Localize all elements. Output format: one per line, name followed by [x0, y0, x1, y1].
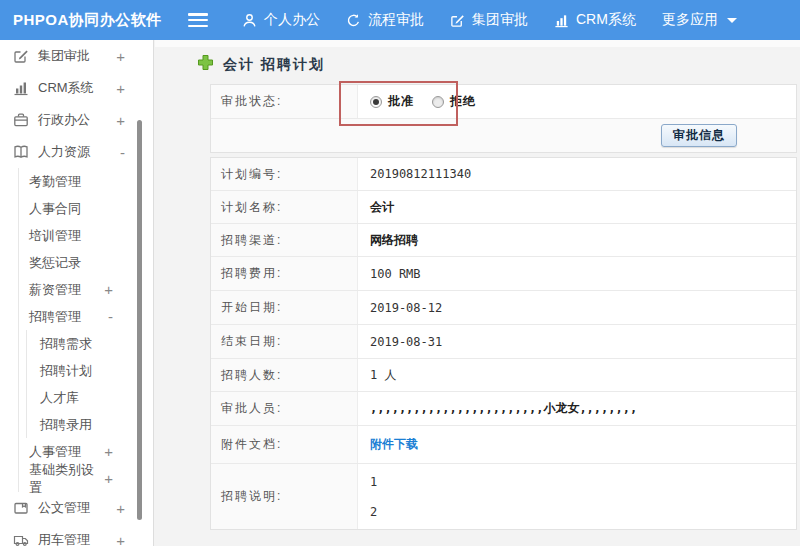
bar-chart-icon — [554, 13, 569, 28]
main-top-strip — [155, 40, 800, 47]
description-line: 1 — [370, 475, 377, 489]
sidebar-item-salary[interactable]: 薪资管理 + — [19, 276, 153, 303]
sidebar-item-label: 基础类别设置 — [29, 461, 104, 497]
nav-personal-office[interactable]: 个人办公 — [242, 11, 320, 29]
sidebar-item-base-category[interactable]: 基础类别设置 + — [19, 465, 153, 492]
nav-label: 流程审批 — [368, 11, 424, 29]
approve-radio[interactable] — [370, 96, 382, 108]
expand-icon[interactable]: + — [116, 533, 125, 546]
approvers-label: 审批人员: — [211, 392, 358, 425]
edit-icon — [13, 48, 29, 64]
collapse-icon[interactable]: - — [120, 145, 125, 160]
sidebar-item-group-approval[interactable]: 集团审批 + — [0, 40, 153, 72]
hamburger-menu-icon[interactable] — [188, 13, 208, 27]
plan-number-label: 计划编号: — [211, 158, 358, 190]
start-date-label: 开始日期: — [211, 291, 358, 324]
approvers-value: ,,,,,,,,,,,,,,,,,,,,,,,,小龙女,,,,,,,, — [358, 392, 796, 425]
approval-status-table: 审批状态: 批准 拒绝 审批信息 — [210, 84, 797, 153]
approval-info-button[interactable]: 审批信息 — [661, 124, 737, 147]
reject-radio-label[interactable]: 拒绝 — [450, 93, 476, 110]
attachment-download-link[interactable]: 附件下载 — [370, 436, 418, 453]
expand-icon[interactable]: + — [104, 471, 113, 486]
sidebar-item-label: 招聘管理 — [29, 308, 81, 326]
truck-icon — [13, 532, 29, 546]
headcount-label: 招聘人数: — [211, 359, 358, 391]
sidebar-item-label: 招聘计划 — [40, 362, 92, 380]
sidebar-item-recruit-hire[interactable]: 招聘录用 — [27, 411, 153, 438]
top-nav: 个人办公 流程审批 集团审批 CRM系统 更多应用 — [242, 11, 763, 29]
approve-radio-label[interactable]: 批准 — [388, 93, 414, 110]
end-date-value: 2019-08-31 — [358, 325, 796, 358]
sidebar-item-vehicle[interactable]: 用车管理 + — [0, 524, 153, 546]
sidebar-item-official-docs[interactable]: 公文管理 + — [0, 492, 153, 524]
table-row: 招聘人数: 1 人 — [211, 359, 796, 392]
sidebar-item-label: 行政办公 — [38, 111, 90, 129]
caret-down-icon — [727, 18, 737, 23]
page-title: 会计 招聘计划 — [197, 54, 325, 75]
expand-icon[interactable]: + — [116, 113, 125, 128]
recruit-description-label: 招聘说明: — [211, 464, 358, 529]
sidebar-item-admin-office[interactable]: 行政办公 + — [0, 104, 153, 136]
edit-icon — [450, 13, 465, 28]
description-line: 2 — [370, 505, 377, 519]
user-icon — [242, 13, 257, 28]
sidebar-item-label: 奖惩记录 — [29, 254, 81, 272]
sidebar-item-rewards[interactable]: 奖惩记录 — [19, 249, 153, 276]
sidebar-item-label: 人事管理 — [29, 443, 81, 461]
start-date-value: 2019-08-12 — [358, 291, 796, 324]
expand-icon[interactable]: + — [116, 49, 125, 64]
recruit-channel-value: 网络招聘 — [358, 224, 796, 256]
sidebar-item-training[interactable]: 培训管理 — [19, 222, 153, 249]
add-plus-icon[interactable] — [197, 54, 214, 75]
sidebar-item-label: 公文管理 — [38, 499, 90, 517]
approval-status-label: 审批状态: — [211, 85, 358, 118]
recruit-plan-detail-table: 计划编号: 20190812111340 计划名称: 会计 招聘渠道: 网络招聘… — [210, 157, 797, 530]
plan-name-value: 会计 — [358, 191, 796, 223]
sidebar-item-recruit-demand[interactable]: 招聘需求 — [27, 330, 153, 357]
sidebar-item-label: 集团审批 — [38, 47, 90, 65]
sidebar-item-label: 招聘录用 — [40, 416, 92, 434]
end-date-label: 结束日期: — [211, 325, 358, 358]
sidebar-item-label: 人力资源 — [38, 143, 90, 161]
page-title-text: 会计 招聘计划 — [223, 56, 325, 74]
plan-number-value: 20190812111340 — [358, 158, 796, 190]
recruitment-submenu: 招聘需求 招聘计划 人才库 招聘录用 — [26, 330, 153, 438]
sidebar-item-label: 人才库 — [40, 389, 79, 407]
sidebar-item-label: 考勤管理 — [29, 173, 81, 191]
table-row: 开始日期: 2019-08-12 — [211, 291, 796, 325]
hr-submenu: 考勤管理 人事合同 培训管理 奖惩记录 薪资管理 + 招聘管理 - 招聘需求 招… — [18, 168, 153, 492]
nav-label: CRM系统 — [576, 11, 636, 29]
attachment-label: 附件文档: — [211, 426, 358, 463]
expand-icon[interactable]: + — [116, 501, 125, 516]
sidebar-item-hr-contract[interactable]: 人事合同 — [19, 195, 153, 222]
recruit-cost-label: 招聘费用: — [211, 257, 358, 290]
expand-icon[interactable]: + — [104, 282, 113, 297]
sidebar-item-label: 招聘需求 — [40, 335, 92, 353]
nav-more-apps[interactable]: 更多应用 — [662, 11, 737, 29]
plan-name-label: 计划名称: — [211, 191, 358, 223]
sidebar-item-recruit-plan[interactable]: 招聘计划 — [27, 357, 153, 384]
nav-group-approval[interactable]: 集团审批 — [450, 11, 528, 29]
expand-icon[interactable]: + — [116, 81, 125, 96]
sidebar-item-recruitment[interactable]: 招聘管理 - — [19, 303, 153, 330]
expand-icon[interactable]: + — [104, 444, 113, 459]
sidebar-item-label: 用车管理 — [38, 531, 90, 546]
sidebar-item-talent-pool[interactable]: 人才库 — [27, 384, 153, 411]
nav-crm-system[interactable]: CRM系统 — [554, 11, 636, 29]
sidebar-scrollbar[interactable] — [137, 120, 142, 520]
nav-workflow-approval[interactable]: 流程审批 — [346, 11, 424, 29]
sidebar-item-label: CRM系统 — [38, 79, 94, 97]
table-row: 附件文档: 附件下载 — [211, 426, 796, 464]
recruit-channel-label: 招聘渠道: — [211, 224, 358, 256]
collapse-icon[interactable]: - — [108, 309, 113, 324]
sidebar-item-crm[interactable]: CRM系统 + — [0, 72, 153, 104]
table-row: 审批人员: ,,,,,,,,,,,,,,,,,,,,,,,,小龙女,,,,,,,… — [211, 392, 796, 426]
main-content: 会计 招聘计划 审批状态: 批准 拒绝 审批信息 计划编号: 201908121… — [155, 40, 800, 546]
sidebar-item-attendance[interactable]: 考勤管理 — [19, 168, 153, 195]
reject-radio[interactable] — [432, 96, 444, 108]
table-row: 计划名称: 会计 — [211, 191, 796, 224]
sidebar-item-human-resources[interactable]: 人力资源 - — [0, 136, 153, 168]
table-row: 招聘渠道: 网络招聘 — [211, 224, 796, 257]
headcount-value: 1 人 — [358, 359, 796, 391]
nav-label: 个人办公 — [264, 11, 320, 29]
